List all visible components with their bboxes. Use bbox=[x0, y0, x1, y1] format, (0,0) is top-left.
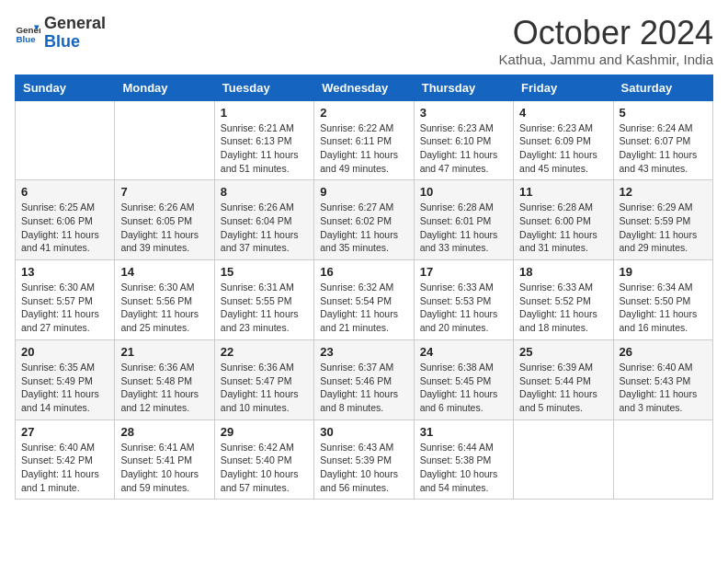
day-info: Sunrise: 6:42 AMSunset: 5:40 PMDaylight:… bbox=[221, 441, 308, 495]
calendar-day-cell: 25Sunrise: 6:39 AMSunset: 5:44 PMDayligh… bbox=[514, 339, 613, 419]
calendar-week-row: 6Sunrise: 6:25 AMSunset: 6:06 PMDaylight… bbox=[16, 180, 713, 260]
day-info: Sunrise: 6:43 AMSunset: 5:39 PMDaylight:… bbox=[320, 441, 407, 495]
month-title: October 2024 bbox=[499, 15, 713, 52]
day-number: 21 bbox=[120, 345, 208, 359]
calendar-day-cell bbox=[613, 419, 712, 500]
calendar-day-cell: 19Sunrise: 6:34 AMSunset: 5:50 PMDayligh… bbox=[613, 260, 712, 340]
day-number: 10 bbox=[420, 185, 507, 199]
day-number: 11 bbox=[519, 185, 607, 199]
calendar-day-cell: 4Sunrise: 6:23 AMSunset: 6:09 PMDaylight… bbox=[514, 100, 613, 180]
day-info: Sunrise: 6:38 AMSunset: 5:45 PMDaylight:… bbox=[420, 361, 507, 415]
day-info: Sunrise: 6:33 AMSunset: 5:52 PMDaylight:… bbox=[519, 281, 607, 335]
calendar-day-cell: 17Sunrise: 6:33 AMSunset: 5:53 PMDayligh… bbox=[414, 260, 513, 340]
weekday-header-cell: Thursday bbox=[414, 75, 513, 100]
calendar-day-cell: 26Sunrise: 6:40 AMSunset: 5:43 PMDayligh… bbox=[613, 339, 712, 419]
day-info: Sunrise: 6:44 AMSunset: 5:38 PMDaylight:… bbox=[420, 441, 507, 495]
calendar-day-cell: 9Sunrise: 6:27 AMSunset: 6:02 PMDaylight… bbox=[314, 180, 414, 260]
day-number: 1 bbox=[221, 106, 308, 120]
day-number: 23 bbox=[320, 345, 407, 359]
day-number: 20 bbox=[21, 345, 108, 359]
svg-text:Blue: Blue bbox=[16, 34, 36, 44]
calendar-body: 1Sunrise: 6:21 AMSunset: 6:13 PMDaylight… bbox=[16, 100, 713, 500]
day-number: 6 bbox=[21, 185, 108, 199]
day-number: 28 bbox=[120, 425, 208, 439]
calendar-day-cell: 1Sunrise: 6:21 AMSunset: 6:13 PMDaylight… bbox=[214, 100, 313, 180]
day-info: Sunrise: 6:30 AMSunset: 5:56 PMDaylight:… bbox=[120, 281, 208, 335]
logo: General Blue General Blue bbox=[15, 15, 106, 52]
calendar-day-cell: 11Sunrise: 6:28 AMSunset: 6:00 PMDayligh… bbox=[514, 180, 613, 260]
weekday-header-cell: Saturday bbox=[613, 75, 712, 100]
day-info: Sunrise: 6:30 AMSunset: 5:57 PMDaylight:… bbox=[21, 281, 108, 335]
calendar-day-cell: 12Sunrise: 6:29 AMSunset: 5:59 PMDayligh… bbox=[613, 180, 712, 260]
day-info: Sunrise: 6:34 AMSunset: 5:50 PMDaylight:… bbox=[620, 281, 707, 335]
calendar-day-cell: 6Sunrise: 6:25 AMSunset: 6:06 PMDaylight… bbox=[16, 180, 115, 260]
day-number: 27 bbox=[21, 425, 108, 439]
day-number: 9 bbox=[320, 185, 407, 199]
calendar-day-cell: 16Sunrise: 6:32 AMSunset: 5:54 PMDayligh… bbox=[314, 260, 414, 340]
calendar-day-cell: 15Sunrise: 6:31 AMSunset: 5:55 PMDayligh… bbox=[214, 260, 313, 340]
day-info: Sunrise: 6:24 AMSunset: 6:07 PMDaylight:… bbox=[620, 121, 707, 176]
day-number: 16 bbox=[320, 265, 407, 279]
calendar-day-cell: 22Sunrise: 6:36 AMSunset: 5:47 PMDayligh… bbox=[214, 339, 313, 419]
day-number: 14 bbox=[120, 265, 208, 279]
calendar-day-cell: 10Sunrise: 6:28 AMSunset: 6:01 PMDayligh… bbox=[414, 180, 513, 260]
day-info: Sunrise: 6:36 AMSunset: 5:48 PMDaylight:… bbox=[120, 361, 208, 415]
day-info: Sunrise: 6:27 AMSunset: 6:02 PMDaylight:… bbox=[320, 201, 407, 255]
day-number: 12 bbox=[620, 185, 707, 199]
day-info: Sunrise: 6:41 AMSunset: 5:41 PMDaylight:… bbox=[120, 441, 208, 495]
day-number: 5 bbox=[620, 106, 707, 120]
calendar-day-cell: 14Sunrise: 6:30 AMSunset: 5:56 PMDayligh… bbox=[115, 260, 214, 340]
calendar-day-cell: 30Sunrise: 6:43 AMSunset: 5:39 PMDayligh… bbox=[314, 419, 414, 500]
day-number: 31 bbox=[420, 425, 507, 439]
day-info: Sunrise: 6:37 AMSunset: 5:46 PMDaylight:… bbox=[320, 361, 407, 415]
day-info: Sunrise: 6:22 AMSunset: 6:11 PMDaylight:… bbox=[320, 121, 407, 176]
title-block: October 2024 Kathua, Jammu and Kashmir, … bbox=[499, 15, 713, 67]
day-number: 25 bbox=[519, 345, 607, 359]
calendar-day-cell: 29Sunrise: 6:42 AMSunset: 5:40 PMDayligh… bbox=[214, 419, 313, 500]
logo-text: General Blue bbox=[44, 15, 106, 52]
day-number: 22 bbox=[221, 345, 308, 359]
calendar-day-cell: 23Sunrise: 6:37 AMSunset: 5:46 PMDayligh… bbox=[314, 339, 414, 419]
calendar-day-cell bbox=[115, 100, 214, 180]
day-info: Sunrise: 6:33 AMSunset: 5:53 PMDaylight:… bbox=[420, 281, 507, 335]
day-number: 2 bbox=[320, 106, 407, 120]
calendar-day-cell: 18Sunrise: 6:33 AMSunset: 5:52 PMDayligh… bbox=[514, 260, 613, 340]
weekday-header-cell: Monday bbox=[115, 75, 214, 100]
day-number: 3 bbox=[420, 106, 507, 120]
day-number: 26 bbox=[620, 345, 707, 359]
calendar-day-cell bbox=[16, 100, 115, 180]
calendar-week-row: 27Sunrise: 6:40 AMSunset: 5:42 PMDayligh… bbox=[16, 419, 713, 500]
day-info: Sunrise: 6:39 AMSunset: 5:44 PMDaylight:… bbox=[519, 361, 607, 415]
day-number: 15 bbox=[221, 265, 308, 279]
calendar-week-row: 20Sunrise: 6:35 AMSunset: 5:49 PMDayligh… bbox=[16, 339, 713, 419]
calendar-day-cell: 20Sunrise: 6:35 AMSunset: 5:49 PMDayligh… bbox=[16, 339, 115, 419]
calendar-day-cell: 5Sunrise: 6:24 AMSunset: 6:07 PMDaylight… bbox=[613, 100, 712, 180]
day-number: 7 bbox=[120, 185, 208, 199]
calendar-day-cell: 24Sunrise: 6:38 AMSunset: 5:45 PMDayligh… bbox=[414, 339, 513, 419]
day-info: Sunrise: 6:40 AMSunset: 5:43 PMDaylight:… bbox=[620, 361, 707, 415]
day-info: Sunrise: 6:28 AMSunset: 6:01 PMDaylight:… bbox=[420, 201, 507, 255]
day-info: Sunrise: 6:26 AMSunset: 6:05 PMDaylight:… bbox=[120, 201, 208, 255]
header: General Blue General Blue October 2024 K… bbox=[15, 15, 713, 67]
weekday-header-cell: Sunday bbox=[16, 75, 115, 100]
weekday-header-cell: Friday bbox=[514, 75, 613, 100]
calendar-day-cell: 8Sunrise: 6:26 AMSunset: 6:04 PMDaylight… bbox=[214, 180, 313, 260]
calendar-day-cell: 3Sunrise: 6:23 AMSunset: 6:10 PMDaylight… bbox=[414, 100, 513, 180]
day-number: 4 bbox=[519, 106, 607, 120]
day-number: 24 bbox=[420, 345, 507, 359]
day-info: Sunrise: 6:31 AMSunset: 5:55 PMDaylight:… bbox=[221, 281, 308, 335]
day-number: 19 bbox=[620, 265, 707, 279]
day-info: Sunrise: 6:36 AMSunset: 5:47 PMDaylight:… bbox=[221, 361, 308, 415]
day-number: 29 bbox=[221, 425, 308, 439]
day-number: 30 bbox=[320, 425, 407, 439]
calendar-day-cell: 27Sunrise: 6:40 AMSunset: 5:42 PMDayligh… bbox=[16, 419, 115, 500]
location-title: Kathua, Jammu and Kashmir, India bbox=[499, 52, 713, 67]
day-info: Sunrise: 6:25 AMSunset: 6:06 PMDaylight:… bbox=[21, 201, 108, 255]
calendar-day-cell: 2Sunrise: 6:22 AMSunset: 6:11 PMDaylight… bbox=[314, 100, 414, 180]
calendar-day-cell: 7Sunrise: 6:26 AMSunset: 6:05 PMDaylight… bbox=[115, 180, 214, 260]
day-info: Sunrise: 6:21 AMSunset: 6:13 PMDaylight:… bbox=[221, 121, 308, 176]
calendar-week-row: 1Sunrise: 6:21 AMSunset: 6:13 PMDaylight… bbox=[16, 100, 713, 180]
calendar-day-cell bbox=[514, 419, 613, 500]
calendar-day-cell: 21Sunrise: 6:36 AMSunset: 5:48 PMDayligh… bbox=[115, 339, 214, 419]
weekday-header: SundayMondayTuesdayWednesdayThursdayFrid… bbox=[16, 75, 713, 100]
